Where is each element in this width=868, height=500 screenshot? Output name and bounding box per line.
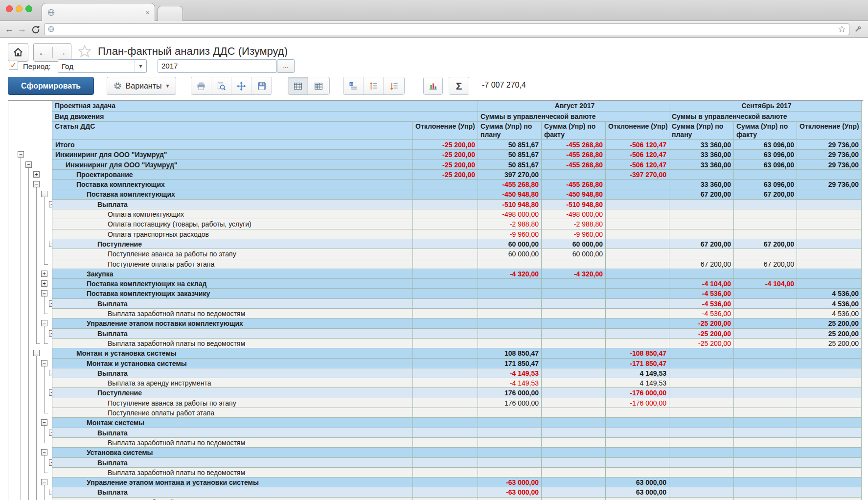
- value-cell[interactable]: [797, 249, 862, 259]
- value-cell[interactable]: -510 948,80: [478, 200, 542, 209]
- tree-expand-button[interactable]: +: [41, 271, 47, 277]
- value-cell[interactable]: [797, 200, 862, 209]
- value-cell[interactable]: [413, 378, 478, 388]
- value-cell[interactable]: [734, 359, 797, 368]
- value-cell[interactable]: [413, 289, 478, 298]
- value-cell[interactable]: -25 200,00: [413, 160, 478, 170]
- tree-collapse-button[interactable]: −: [41, 290, 47, 296]
- value-cell[interactable]: 63 096,00: [734, 180, 797, 189]
- value-cell[interactable]: [734, 368, 797, 378]
- browser-reload-icon[interactable]: [31, 25, 40, 34]
- tree-collapse-button[interactable]: −: [49, 389, 52, 396]
- tree-collapse-button[interactable]: −: [41, 360, 47, 366]
- value-cell[interactable]: [734, 249, 797, 259]
- tree-collapse-button[interactable]: −: [49, 370, 52, 376]
- value-cell[interactable]: [734, 348, 797, 358]
- value-cell[interactable]: 29 736,00: [797, 140, 862, 150]
- value-cell[interactable]: [478, 329, 542, 339]
- collapse-groups-button[interactable]: [384, 77, 404, 94]
- value-cell[interactable]: [542, 438, 606, 448]
- value-cell[interactable]: [478, 458, 542, 468]
- row-label[interactable]: Выплата заработной платы по ведомостям: [52, 498, 413, 500]
- bookmark-star-icon[interactable]: [838, 25, 846, 33]
- value-cell[interactable]: [797, 348, 862, 358]
- value-cell[interactable]: [734, 209, 797, 219]
- value-cell[interactable]: [606, 329, 669, 339]
- value-cell[interactable]: -4 320,00: [478, 269, 542, 279]
- header-fact[interactable]: Сумма (Упр) по факту: [734, 122, 797, 140]
- value-cell[interactable]: [542, 388, 606, 398]
- value-cell[interactable]: [797, 239, 862, 249]
- value-cell[interactable]: 29 736,00: [797, 180, 862, 189]
- value-cell[interactable]: [413, 388, 478, 398]
- value-cell[interactable]: -4 536,00: [669, 289, 734, 298]
- header-movement-type[interactable]: Вид движения: [52, 112, 478, 122]
- value-cell[interactable]: 60 000,00: [542, 239, 606, 249]
- value-cell[interactable]: [669, 249, 734, 259]
- value-cell[interactable]: [669, 418, 734, 428]
- value-cell[interactable]: -4 536,00: [669, 299, 734, 309]
- value-cell[interactable]: [606, 339, 669, 348]
- window-close-button[interactable]: [6, 5, 13, 12]
- value-cell[interactable]: -176 000,00: [606, 388, 669, 398]
- value-cell[interactable]: [606, 279, 669, 289]
- value-cell[interactable]: [734, 418, 797, 428]
- value-cell[interactable]: [413, 180, 478, 189]
- value-cell[interactable]: [542, 428, 606, 438]
- browser-back-icon[interactable]: ←: [3, 24, 16, 35]
- tree-expand-button[interactable]: +: [41, 280, 47, 287]
- value-cell[interactable]: 25 200,00: [797, 318, 862, 328]
- value-cell[interactable]: [669, 229, 734, 239]
- show-headers-button[interactable]: [308, 77, 328, 94]
- fit-width-button[interactable]: [231, 77, 251, 94]
- value-cell[interactable]: 176 000,00: [478, 398, 542, 408]
- row-label[interactable]: Выплата: [52, 200, 413, 209]
- row-label[interactable]: Выплата: [52, 329, 413, 339]
- value-cell[interactable]: [669, 438, 734, 448]
- header-project-task[interactable]: Проектная задача: [52, 101, 478, 112]
- value-cell[interactable]: [734, 309, 797, 318]
- row-label[interactable]: Поставка комплектующих: [52, 180, 413, 189]
- show-grid-button[interactable]: [288, 77, 308, 94]
- value-cell[interactable]: [734, 318, 797, 328]
- value-cell[interactable]: [413, 239, 478, 249]
- value-cell[interactable]: -450 948,80: [542, 189, 606, 199]
- value-cell[interactable]: 176 000,00: [478, 388, 542, 398]
- header-month-september[interactable]: Сентябрь 2017: [669, 101, 862, 112]
- value-cell[interactable]: [797, 438, 862, 448]
- value-cell[interactable]: [542, 458, 606, 468]
- tree-collapse-button[interactable]: −: [41, 449, 47, 455]
- value-cell[interactable]: -9 960,00: [542, 229, 606, 239]
- header-month-august[interactable]: Август 2017: [478, 101, 669, 112]
- value-cell[interactable]: [413, 398, 478, 408]
- row-label[interactable]: Поступление: [52, 388, 413, 398]
- chevron-down-icon[interactable]: ▼: [135, 60, 146, 72]
- row-label[interactable]: Выплата заработной платы по ведомостям: [52, 468, 413, 477]
- value-cell[interactable]: [669, 498, 734, 500]
- value-cell[interactable]: [734, 329, 797, 339]
- tree-collapse-button[interactable]: −: [49, 300, 52, 307]
- row-label[interactable]: Выплата заработной платы по ведомостям: [52, 309, 413, 318]
- url-input[interactable]: [44, 23, 849, 35]
- window-minimize-button[interactable]: [16, 5, 23, 12]
- tree-collapse-button[interactable]: −: [49, 330, 52, 337]
- row-label[interactable]: Оплата поставщику (товары, работы, услуг…: [52, 219, 413, 229]
- value-cell[interactable]: [542, 487, 606, 497]
- value-cell[interactable]: 63 000,00: [606, 498, 669, 500]
- value-cell[interactable]: [606, 180, 669, 189]
- tree-collapse-button[interactable]: −: [49, 241, 52, 247]
- row-label[interactable]: Управление этапом поставки комплектующих: [52, 318, 413, 328]
- row-label[interactable]: Поступление: [52, 239, 413, 249]
- value-cell[interactable]: [606, 458, 669, 468]
- value-cell[interactable]: [606, 229, 669, 239]
- header-currency[interactable]: Суммы в управленческой валюте: [669, 112, 862, 122]
- value-cell[interactable]: [669, 477, 734, 487]
- value-cell[interactable]: [478, 448, 542, 457]
- value-cell[interactable]: [797, 448, 862, 457]
- value-cell[interactable]: [413, 408, 478, 418]
- value-cell[interactable]: [478, 428, 542, 438]
- value-cell[interactable]: [797, 408, 862, 418]
- value-cell[interactable]: [734, 477, 797, 487]
- value-cell[interactable]: [413, 498, 478, 500]
- value-cell[interactable]: 63 000,00: [606, 487, 669, 497]
